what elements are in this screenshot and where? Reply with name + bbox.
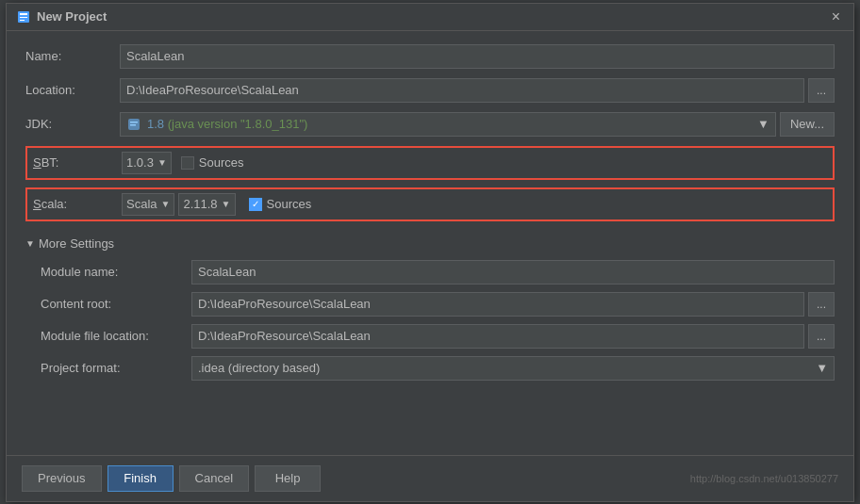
- close-button[interactable]: ×: [828, 9, 844, 24]
- module-file-location-label: Module file location:: [41, 329, 191, 343]
- dialog-icon: [16, 9, 31, 24]
- name-row: Name:: [25, 44, 835, 69]
- footer-url: http://blog.csdn.net/u013850277: [326, 473, 838, 484]
- scala-edition-arrow: ▼: [161, 199, 171, 209]
- scala-edition-value: Scala: [126, 197, 157, 211]
- help-button[interactable]: Help: [255, 465, 321, 492]
- dialog-title: New Project: [37, 9, 828, 24]
- scala-sources-checkbox-box: [249, 198, 262, 211]
- module-name-input[interactable]: [191, 260, 835, 285]
- scala-sources-checkbox[interactable]: Sources: [249, 197, 312, 211]
- content-root-row: Content root: ...: [41, 292, 835, 317]
- sbt-version-value: 1.0.3: [126, 155, 154, 170]
- svg-rect-1: [20, 13, 27, 15]
- name-label: Name:: [25, 49, 120, 63]
- new-jdk-button[interactable]: New...: [780, 112, 835, 137]
- title-bar: New Project ×: [7, 4, 853, 31]
- sbt-sources-label: Sources: [199, 155, 244, 170]
- location-input[interactable]: [120, 78, 804, 103]
- project-format-value: .idea (directory based): [198, 361, 816, 375]
- content-root-input[interactable]: [191, 292, 804, 317]
- scala-version-select[interactable]: 2.11.8 ▼: [178, 193, 235, 216]
- jdk-value: 1.8 (java version "1.8.0_131"): [147, 117, 307, 131]
- content-root-browse-button[interactable]: ...: [808, 292, 835, 317]
- jdk-label: JDK:: [25, 117, 120, 131]
- sbt-row: SBT: 1.0.3 ▼ Sources: [25, 146, 835, 180]
- svg-rect-2: [20, 17, 27, 18]
- previous-button[interactable]: Previous: [22, 465, 102, 492]
- jdk-icon: [126, 117, 141, 132]
- project-format-label: Project format:: [41, 361, 191, 375]
- scala-sources-label: Sources: [267, 197, 312, 211]
- jdk-dropdown-arrow: ▼: [757, 117, 769, 131]
- module-file-location-row: Module file location: ...: [41, 324, 835, 349]
- sbt-sources-checkbox[interactable]: Sources: [181, 155, 244, 170]
- svg-rect-6: [130, 124, 136, 126]
- module-file-location-browse-button[interactable]: ...: [808, 324, 835, 349]
- scala-label: Scala:: [33, 197, 122, 211]
- sbt-label: SBT:: [33, 155, 122, 170]
- scala-controls: Scala ▼ 2.11.8 ▼ Sources: [122, 193, 311, 216]
- expand-icon: ▼: [25, 238, 35, 249]
- dialog-content: Name: Location: ... JDK:: [7, 31, 853, 455]
- scala-edition-select[interactable]: Scala ▼: [122, 193, 174, 216]
- finish-button[interactable]: Finish: [108, 465, 174, 492]
- scala-row: Scala: Scala ▼ 2.11.8 ▼ Sources: [25, 187, 835, 221]
- name-input[interactable]: [120, 44, 835, 69]
- location-label: Location:: [25, 83, 120, 97]
- svg-rect-5: [130, 122, 138, 123]
- project-format-dropdown-arrow: ▼: [816, 361, 828, 375]
- jdk-row: JDK: 1.8 (java version "1.8.0_131") ▼ Ne…: [25, 112, 835, 137]
- more-settings-toggle[interactable]: ▼ More Settings: [25, 236, 835, 251]
- sbt-dropdown-arrow: ▼: [157, 157, 167, 168]
- jdk-select[interactable]: 1.8 (java version "1.8.0_131") ▼: [120, 112, 776, 137]
- new-project-dialog: New Project × Name: Location: ... JDK:: [6, 3, 854, 502]
- scala-version-value: 2.11.8: [183, 197, 217, 211]
- sbt-sources-checkbox-box: [181, 156, 194, 170]
- more-settings-label: More Settings: [39, 236, 114, 251]
- module-name-label: Module name:: [41, 265, 191, 279]
- module-name-row: Module name:: [41, 260, 835, 285]
- svg-rect-3: [20, 20, 25, 21]
- module-file-location-input[interactable]: [191, 324, 804, 349]
- sbt-version-select[interactable]: 1.0.3 ▼: [122, 152, 172, 174]
- scala-version-arrow: ▼: [222, 199, 231, 209]
- location-row: Location: ...: [25, 78, 835, 103]
- project-format-row: Project format: .idea (directory based) …: [41, 356, 835, 381]
- dialog-footer: Previous Finish Cancel Help http://blog.…: [7, 455, 853, 501]
- cancel-button[interactable]: Cancel: [179, 465, 249, 492]
- location-browse-button[interactable]: ...: [808, 78, 835, 103]
- more-settings-content: Module name: Content root: ... Module fi…: [41, 260, 835, 381]
- content-root-label: Content root:: [41, 297, 191, 311]
- sbt-version-wrap: 1.0.3 ▼ Sources: [122, 152, 244, 174]
- project-format-select[interactable]: .idea (directory based) ▼: [191, 356, 835, 381]
